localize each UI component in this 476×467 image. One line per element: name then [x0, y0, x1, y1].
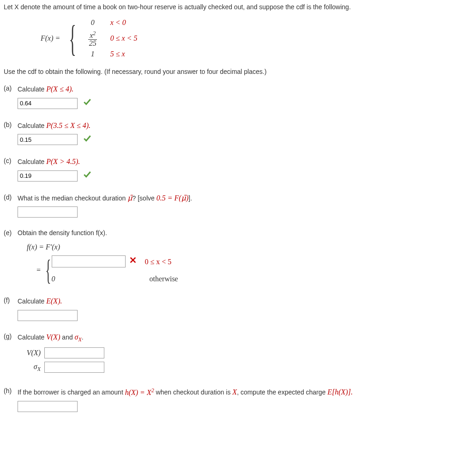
intro-content: Let X denote the amount of time a book o… [4, 3, 351, 11]
frac-den: 25 [88, 40, 98, 47]
part-c-input[interactable] [18, 170, 78, 182]
part-e-input[interactable] [52, 255, 126, 267]
part-c-prompt-pre: Calculate [18, 158, 46, 165]
part-c: (c) Calculate P(X > 4.5). [4, 156, 472, 182]
part-a-input[interactable] [18, 98, 78, 109]
part-a: (a) Calculate P(X ≤ 4). [4, 83, 472, 109]
part-e-prompt-text: Obtain the density function f(x). [18, 229, 107, 237]
part-g-sigma: σ [75, 333, 78, 341]
part-g-vx: V(X) [46, 333, 60, 341]
part-b-prompt-pre: Calculate [18, 122, 46, 129]
part-d-prompt-post: ? [solve [133, 194, 157, 202]
part-h-ehx: E[h(X)]. [327, 388, 353, 396]
part-h-prompt-pre: If the borrower is charged an amount [18, 389, 125, 396]
part-f-prompt-pre: Calculate [18, 297, 46, 305]
part-g-sigma-label: σX [18, 361, 41, 374]
part-e-equals: = [36, 264, 41, 276]
cdf-piece-cond-2: 5 ≤ x [110, 48, 125, 60]
part-h-prompt-post: , compute the expected charge [237, 389, 327, 396]
part-d-mu: μ̃ [127, 194, 132, 202]
part-b-prompt: Calculate P(3.5 ≤ X ≤ 4). [18, 120, 472, 132]
part-b-label: (b) [4, 120, 18, 146]
cdf-piece-cond-1: 0 ≤ x < 5 [110, 32, 138, 44]
sigma-sym: σ [34, 363, 37, 370]
part-g-label: (g) [4, 331, 18, 376]
part-b: (b) Calculate P(3.5 ≤ X ≤ 4). [4, 120, 472, 146]
part-d: (d) What is the median checkout duration… [4, 192, 472, 218]
part-g-and: and [60, 334, 74, 341]
part-d-prompt-pre: What is the median checkout duration [18, 194, 127, 202]
part-f: (f) Calculate E(X). [4, 295, 472, 321]
cdf-piece-val-0: 0 [84, 17, 102, 29]
part-h-input[interactable] [18, 401, 78, 412]
instructions: Use the cdf to obtain the following. (If… [4, 67, 472, 77]
part-g-vx-input[interactable] [44, 347, 104, 358]
left-brace-icon: { [69, 20, 76, 57]
part-e-cond2: otherwise [150, 273, 178, 285]
part-e-line2: f(x) = F′(x) [27, 241, 472, 253]
part-f-prompt: Calculate E(X). [18, 295, 472, 307]
check-icon [83, 98, 91, 109]
part-h-X: X [232, 388, 237, 396]
left-brace-icon: { [45, 255, 51, 285]
x-icon [129, 256, 137, 267]
part-e-label: (e) [4, 228, 18, 285]
part-c-label: (c) [4, 156, 18, 182]
part-d-prompt-end: ]. [188, 194, 192, 202]
part-d-prompt: What is the median checkout duration μ̃?… [18, 192, 472, 204]
part-a-math: P(X ≤ 4). [46, 85, 73, 93]
part-b-math: P(3.5 ≤ X ≤ 4). [46, 121, 90, 129]
part-a-prompt-pre: Calculate [18, 85, 46, 93]
part-f-input[interactable] [18, 310, 78, 321]
part-e-case2-val: 0 [52, 273, 130, 285]
part-d-eq: 0.5 = F(μ̃) [157, 194, 189, 202]
part-f-label: (f) [4, 295, 18, 321]
cdf-lhs: F(x) = [41, 32, 60, 44]
part-b-input[interactable] [18, 134, 78, 145]
part-g-sigma-input[interactable] [44, 362, 104, 373]
cdf-piece-val-2: 1 [84, 48, 102, 60]
check-icon [83, 170, 91, 182]
cdf-fraction: x2 25 [88, 30, 98, 47]
part-e-cond1: 0 ≤ x < 5 [145, 256, 172, 268]
part-h-prompt: If the borrower is charged an amount h(X… [18, 386, 472, 398]
cdf-definition: F(x) = { 0 x < 0 x2 25 0 ≤ x < 5 1 5 ≤ x [41, 17, 472, 60]
part-g: (g) Calculate V(X) and σX. V(X) σX [4, 331, 472, 376]
check-icon [83, 134, 91, 146]
part-h-prompt-mid: when checkout duration is [154, 389, 233, 396]
part-f-math: E(X). [46, 297, 62, 305]
part-a-label: (a) [4, 83, 18, 109]
part-g-prompt-pre: Calculate [18, 334, 46, 341]
part-d-label: (d) [4, 192, 18, 218]
cdf-pieces: 0 x < 0 x2 25 0 ≤ x < 5 1 5 ≤ x [84, 17, 138, 60]
cdf-piece-cond-0: x < 0 [110, 17, 126, 29]
part-h: (h) If the borrower is charged an amount… [4, 386, 472, 412]
intro-text: Let X denote the amount of time a book o… [4, 2, 472, 12]
part-e-prompt: Obtain the density function f(x). [18, 228, 472, 238]
part-a-prompt: Calculate P(X ≤ 4). [18, 83, 472, 95]
part-c-prompt: Calculate P(X > 4.5). [18, 156, 472, 168]
part-g-dot: . [82, 334, 84, 341]
part-h-hx: h(X) = X [125, 388, 151, 396]
sigma-sub: X [37, 366, 41, 372]
frac-num-sup: 2 [93, 30, 96, 36]
part-c-math: P(X > 4.5). [46, 158, 80, 165]
part-g-vx-label: V(X) [18, 347, 41, 359]
part-g-sub: X [78, 336, 82, 343]
part-h-label: (h) [4, 386, 18, 412]
part-g-prompt: Calculate V(X) and σX. [18, 331, 472, 344]
part-d-input[interactable] [18, 206, 78, 218]
part-e: (e) Obtain the density function f(x). f(… [4, 228, 472, 285]
part-e-density: = { 0 ≤ x < 5 0 otherwise [36, 255, 472, 285]
